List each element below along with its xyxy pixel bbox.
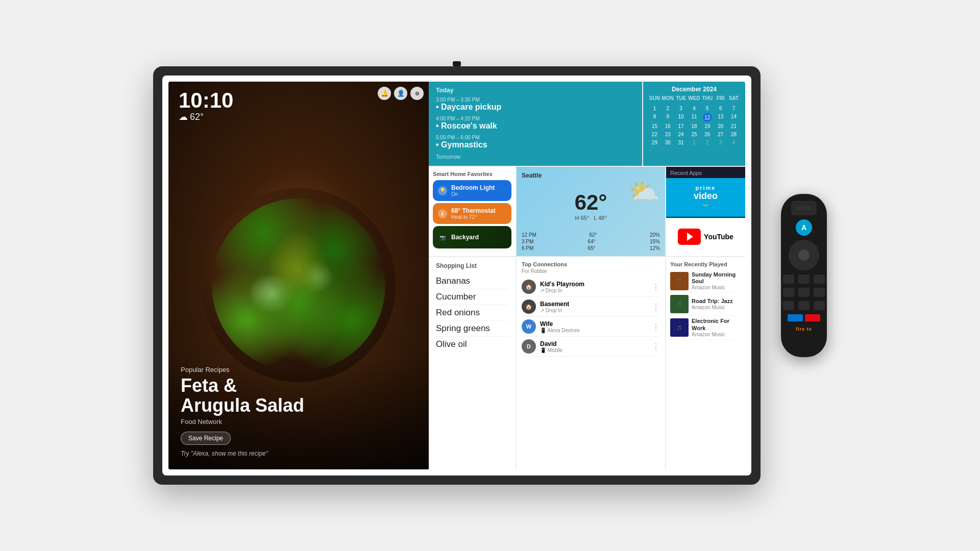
connection-wife[interactable]: W Wife 📱 Alexa Devices ⋮ xyxy=(522,317,660,337)
cal-day-1[interactable]: 1 xyxy=(648,105,661,112)
cal-day-16[interactable]: 16 xyxy=(662,122,674,130)
played-source-2: Amazon Music xyxy=(692,305,733,310)
played-item-2[interactable]: 🎵 Road Trip: Jazz Amazon Music xyxy=(670,293,741,316)
smart-home-panel: Smart Home Favorites 💡 Bedroom Light On xyxy=(429,167,516,256)
youtube-tile[interactable]: YouTube xyxy=(666,218,745,257)
notifications-icon[interactable]: 🔔 xyxy=(378,87,391,100)
cal-header-sun: SUN xyxy=(648,95,661,102)
weather-display: ☁ 62° xyxy=(179,111,233,122)
weather-range: H 65° L 48° xyxy=(522,215,660,221)
dpad-center[interactable] xyxy=(798,249,810,261)
shopping-panel: Shopping List Bananas Cucumber Red onion… xyxy=(429,257,516,469)
cal-day-22[interactable]: 22 xyxy=(648,131,661,138)
cal-day-18[interactable]: 18 xyxy=(688,122,701,130)
remote-play-button[interactable] xyxy=(798,288,810,297)
cal-day-19[interactable]: 19 xyxy=(701,122,714,130)
shopping-item-red-onions[interactable]: Red onions xyxy=(436,305,508,321)
cal-header-sat: SAT xyxy=(727,95,740,102)
remote-back-button[interactable] xyxy=(783,274,794,284)
weather-forecast: 12 PM 62° 20% 3 PM 64° 15% xyxy=(522,232,660,251)
cal-day-21[interactable]: 21 xyxy=(727,122,740,130)
played-item-1[interactable]: 🎵 Sunday Morning Soul Amazon Music xyxy=(670,269,741,293)
cal-day-8[interactable]: 8 xyxy=(648,113,661,122)
cal-day-27[interactable]: 27 xyxy=(714,131,727,138)
forecast-6pm: 6 PM 65° 12% xyxy=(522,245,660,251)
cal-day-24[interactable]: 24 xyxy=(675,131,688,138)
cal-day-4[interactable]: 4 xyxy=(688,105,701,112)
cal-day-15[interactable]: 15 xyxy=(648,122,661,130)
forecast-3pm: 3 PM 64° 15% xyxy=(522,239,660,244)
remote-mute-button[interactable] xyxy=(798,301,810,310)
cal-header-mon: MON xyxy=(662,95,674,102)
settings-icon[interactable]: ⚙ xyxy=(410,87,424,100)
remote-menu-button[interactable] xyxy=(814,274,825,284)
dpad[interactable] xyxy=(789,240,819,270)
weather-high: H 65° xyxy=(575,215,589,221)
shopping-item-olive-oil[interactable]: Olive oil xyxy=(436,337,508,352)
cal-day-26[interactable]: 26 xyxy=(701,131,714,138)
kidsplayroom-more-icon[interactable]: ⋮ xyxy=(652,282,660,292)
cal-day-14[interactable]: 14 xyxy=(727,113,740,122)
remote-volup-button[interactable] xyxy=(814,301,825,310)
shopping-title: Shopping List xyxy=(436,262,508,269)
backyard-button[interactable]: 📷 Backyard xyxy=(433,226,511,248)
remote-volume-row xyxy=(783,288,825,297)
cal-day-7[interactable]: 7 xyxy=(727,105,740,112)
cal-day-29[interactable]: 29 xyxy=(648,139,661,146)
top-row: Today 3:00 PM – 3:30 PM • Daycare pickup… xyxy=(429,82,745,166)
cal-day-20[interactable]: 20 xyxy=(714,122,727,130)
youtube-label: YouTube xyxy=(704,233,733,241)
alexa-button[interactable]: A xyxy=(796,219,812,236)
remote-rewind-button[interactable] xyxy=(783,288,794,297)
shopping-item-cucumber[interactable]: Cucumber xyxy=(436,289,508,305)
event-3-time: 5:00 PM – 6:00 PM xyxy=(436,135,635,140)
connection-kidsplayroom[interactable]: 🏠 Kid's Playroom ↗ Drop In ⋮ xyxy=(522,277,660,297)
connection-basement[interactable]: 🏠 Basement ↗ Drop In ⋮ xyxy=(522,297,660,317)
cal-day-28[interactable]: 28 xyxy=(727,131,740,138)
cal-day-25[interactable]: 25 xyxy=(688,131,701,138)
kidsplayroom-status: ↗ Drop In xyxy=(540,288,584,293)
save-recipe-button[interactable]: Save Recipe xyxy=(181,432,231,445)
forecast-12pm-temp: 62° xyxy=(589,232,597,238)
remote-netflix-button[interactable] xyxy=(805,314,820,321)
recipe-title: Feta &Arugula Salad xyxy=(181,375,416,416)
bedroom-light-button[interactable]: 💡 Bedroom Light On xyxy=(433,180,511,201)
thermostat-button[interactable]: 🌡 68° Thermostat Heat to 72° xyxy=(433,203,511,224)
remote-media-row xyxy=(783,274,825,284)
remote-voldown-button[interactable] xyxy=(783,301,794,310)
david-more-icon[interactable]: ⋮ xyxy=(652,342,660,352)
cal-day-6[interactable]: 6 xyxy=(714,105,727,112)
cal-day-13[interactable]: 13 xyxy=(714,113,727,122)
youtube-play-icon xyxy=(687,233,693,241)
remote-amazon-button[interactable] xyxy=(788,314,803,321)
cal-day-31[interactable]: 31 xyxy=(675,139,688,146)
remote-ffwd-button[interactable] xyxy=(814,288,825,297)
connection-david[interactable]: D David 📱 Mobile ⋮ xyxy=(522,337,660,357)
shopping-item-spring-greens[interactable]: Spring greens xyxy=(436,321,508,337)
cal-day-12[interactable]: 12 xyxy=(703,113,712,122)
cal-day-9[interactable]: 9 xyxy=(662,113,674,122)
prime-video-tile[interactable]: prime video ⌣ xyxy=(666,178,745,217)
played-item-3[interactable]: 🎵 Electronic For Work Amazon Music xyxy=(670,316,741,339)
cal-day-2[interactable]: 2 xyxy=(662,105,674,112)
shopping-item-bananas[interactable]: Bananas xyxy=(436,273,508,289)
cal-header-tue: TUE xyxy=(675,95,688,102)
backyard-name: Backyard xyxy=(451,234,479,241)
event-2-name: • Roscoe's walk xyxy=(436,121,635,131)
cal-day-5[interactable]: 5 xyxy=(701,105,714,112)
basement-more-icon[interactable]: ⋮ xyxy=(652,302,660,312)
wife-more-icon[interactable]: ⋮ xyxy=(652,322,660,332)
cal-day-11[interactable]: 11 xyxy=(688,113,701,122)
cal-day-10[interactable]: 10 xyxy=(675,113,688,122)
salad-bowl xyxy=(202,188,396,382)
cal-day-23[interactable]: 23 xyxy=(662,131,674,138)
cal-day-17[interactable]: 17 xyxy=(675,122,688,130)
weather-panel: Seattle ⛅ 62° H 65° L 48° xyxy=(517,167,665,256)
middle-row: Smart Home Favorites 💡 Bedroom Light On xyxy=(429,167,745,256)
temperature: 62° xyxy=(190,112,204,122)
cal-day-30[interactable]: 30 xyxy=(662,139,674,146)
remote-home-button[interactable] xyxy=(798,274,810,284)
cal-day-3[interactable]: 3 xyxy=(675,105,688,112)
schedule-panel: Today 3:00 PM – 3:30 PM • Daycare pickup… xyxy=(429,82,642,166)
profile-icon[interactable]: 👤 xyxy=(394,87,407,100)
